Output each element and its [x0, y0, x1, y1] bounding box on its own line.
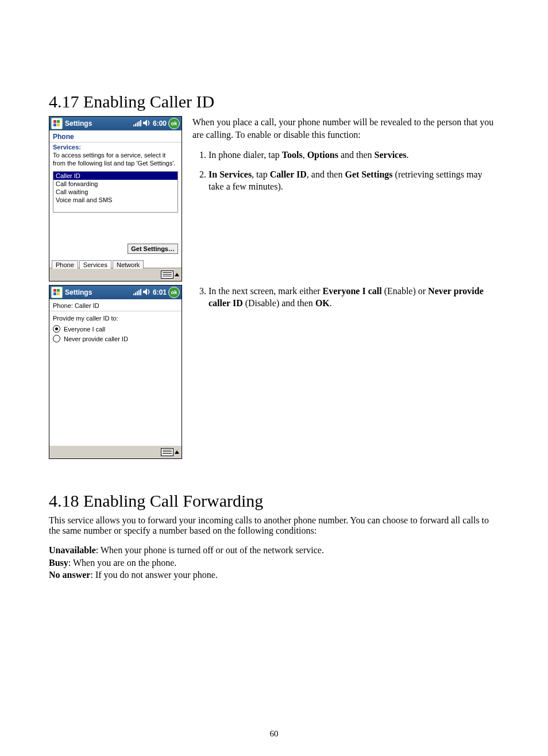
tab-network[interactable]: Network — [113, 260, 144, 269]
t: , tap — [252, 169, 270, 179]
titlebar-text: Settings — [65, 288, 92, 296]
list-item[interactable]: Voice mail and SMS — [53, 196, 177, 204]
volume-icon — [143, 119, 151, 128]
services-listbox[interactable]: Caller ID Call forwarding Call waiting V… — [53, 171, 178, 213]
app-title: Phone: Caller ID — [49, 299, 182, 311]
keyboard-icon[interactable] — [161, 271, 173, 279]
radio-everyone[interactable]: Everyone I call — [49, 324, 182, 334]
cond-unavailable: Unavailable: When your phone is turned o… — [49, 544, 499, 557]
section-heading-417: 4.17 Enabling Caller ID — [49, 92, 499, 111]
svg-rect-7 — [138, 121, 140, 126]
t: , and then — [307, 169, 345, 179]
step-2: In Services, tap Caller ID, and then Get… — [209, 168, 499, 193]
t: . — [330, 298, 332, 308]
b: Busy — [49, 558, 68, 568]
svg-rect-4 — [133, 125, 134, 126]
radio-label: Everyone I call — [64, 326, 105, 333]
bottom-bar — [49, 446, 182, 458]
t: (Disable) and then — [243, 298, 315, 308]
radio-label: Never provide caller ID — [64, 335, 128, 342]
svg-rect-12 — [53, 292, 56, 295]
bottom-bar — [49, 268, 182, 281]
row-417b: Settings 6:01 ok Phone: Caller ID Provid… — [49, 285, 499, 460]
tabs: Phone Services Network — [49, 260, 182, 268]
b: No answer — [49, 570, 90, 580]
start-icon[interactable] — [51, 287, 63, 298]
get-settings-button[interactable]: Get Settings… — [128, 244, 178, 254]
svg-rect-5 — [135, 124, 136, 126]
svg-rect-15 — [135, 292, 136, 295]
svg-rect-8 — [140, 120, 141, 126]
t: : If you do not answer your phone. — [90, 570, 217, 580]
t: : When you are on the phone. — [68, 558, 177, 568]
step-1: In phone dialer, tap Tools, Options and … — [209, 149, 499, 161]
conditions: Unavailable: When your phone is turned o… — [49, 544, 499, 581]
t: : When your phone is turned off or out o… — [96, 545, 324, 555]
ok-button[interactable]: ok — [168, 118, 180, 129]
cond-busy: Busy: When you are on the phone. — [49, 557, 499, 569]
list-item[interactable]: Call forwarding — [53, 180, 177, 188]
volume-icon — [143, 288, 151, 296]
b: Get Settings — [345, 169, 392, 179]
svg-marker-9 — [143, 119, 147, 126]
t: (Enable) or — [382, 286, 428, 296]
svg-rect-18 — [140, 289, 141, 295]
screenshot-callerid: Settings 6:01 ok Phone: Caller ID Provid… — [49, 285, 182, 460]
b: In Services — [209, 169, 252, 179]
svg-rect-10 — [53, 289, 56, 292]
b: Tools — [282, 150, 303, 160]
t: , — [303, 150, 307, 160]
t: and then — [338, 150, 375, 160]
radio-icon[interactable] — [53, 335, 60, 342]
b: Unavailable — [49, 545, 96, 555]
screenshot-services: Settings 6:00 ok Phone Services: To acce… — [49, 116, 182, 281]
t: . — [407, 150, 409, 160]
row-417a: Settings 6:00 ok Phone Services: To acce… — [49, 116, 499, 281]
t: In phone dialer, tap — [209, 150, 282, 160]
svg-rect-16 — [137, 291, 138, 295]
svg-rect-6 — [137, 122, 138, 126]
intro-418: This service allows you to forward your … — [49, 515, 499, 536]
b: Options — [307, 150, 338, 160]
svg-marker-19 — [143, 288, 147, 295]
svg-rect-2 — [53, 124, 56, 126]
ok-button[interactable]: ok — [168, 287, 180, 298]
tab-services[interactable]: Services — [79, 260, 111, 269]
svg-rect-3 — [57, 124, 60, 126]
cond-noanswer: No answer: If you do not answer your pho… — [49, 569, 499, 581]
list-item[interactable]: Call waiting — [53, 188, 177, 196]
b: Caller ID — [270, 169, 307, 179]
section-heading-418: 4.18 Enabling Call Forwarding — [49, 491, 499, 511]
services-label: Services: — [49, 142, 182, 151]
t: In the next screen, mark either — [209, 286, 323, 296]
clock: 6:00 — [153, 119, 167, 128]
titlebar: Settings 6:00 ok — [49, 117, 182, 130]
page-number: 60 — [0, 729, 548, 739]
menu-caret-icon[interactable] — [175, 450, 179, 454]
services-desc: To access settings for a service, select… — [49, 151, 182, 169]
svg-rect-17 — [138, 290, 140, 295]
list-item[interactable]: Caller ID — [53, 172, 177, 180]
provide-label: Provide my caller ID to: — [49, 311, 182, 324]
titlebar: Settings 6:01 ok — [49, 286, 182, 299]
svg-rect-14 — [133, 294, 134, 295]
start-icon[interactable] — [51, 118, 63, 129]
b: Everyone I call — [323, 286, 382, 296]
tab-phone[interactable]: Phone — [52, 260, 78, 269]
svg-rect-13 — [57, 292, 60, 295]
signal-icon — [133, 288, 141, 296]
titlebar-text: Settings — [65, 119, 92, 128]
keyboard-icon[interactable] — [161, 448, 173, 456]
svg-rect-1 — [57, 120, 60, 123]
step-3: In the next screen, mark either Everyone… — [209, 285, 499, 310]
signal-icon — [133, 119, 141, 128]
intro-417: When you place a call, your phone number… — [192, 116, 499, 141]
clock: 6:01 — [153, 288, 167, 296]
radio-never[interactable]: Never provide caller ID — [49, 334, 182, 344]
menu-caret-icon[interactable] — [175, 273, 179, 276]
text-417-top: When you place a call, your phone number… — [192, 116, 499, 200]
b: OK — [315, 298, 330, 308]
svg-rect-0 — [53, 120, 56, 123]
b: Services — [375, 150, 407, 160]
radio-icon[interactable] — [53, 325, 60, 333]
